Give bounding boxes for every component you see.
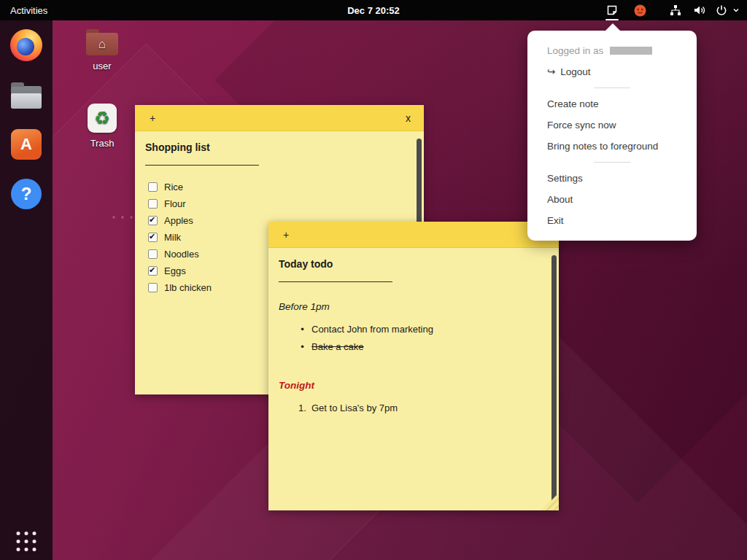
checkbox-label: 1lb chicken <box>164 282 212 293</box>
list-item-text: Get to Lisa's by 7pm <box>311 402 398 413</box>
checkbox-label: Eggs <box>164 265 186 276</box>
dock: A ? <box>0 20 53 560</box>
checkbox[interactable] <box>148 249 158 259</box>
dock-item-help[interactable]: ? <box>7 175 45 213</box>
checklist-item[interactable]: Rice <box>148 182 412 192</box>
menu-item-exit[interactable]: Exit <box>527 210 697 231</box>
help-glyph: ? <box>21 184 32 204</box>
dot <box>33 540 36 543</box>
network-glyph <box>670 4 681 16</box>
close-note-button[interactable]: x <box>406 105 411 131</box>
dot <box>17 548 20 551</box>
title-underline <box>145 165 259 166</box>
note-icon <box>606 4 618 16</box>
menu-separator <box>594 162 630 163</box>
menu-item-create-note[interactable]: Create note <box>527 93 697 114</box>
network-icon[interactable] <box>667 0 684 20</box>
checkbox[interactable] <box>148 216 158 225</box>
list-item[interactable]: 1. Get to Lisa's by 7pm <box>279 402 547 413</box>
add-note-button[interactable]: + <box>150 105 155 131</box>
note-titlebar[interactable]: + x <box>135 105 424 131</box>
dot <box>33 532 36 535</box>
note-title: Shopping list <box>145 141 412 153</box>
checkbox-label: Milk <box>164 232 181 243</box>
checkbox-label: Flour <box>164 198 186 209</box>
menu-item-about[interactable]: About <box>527 189 697 210</box>
menu-item-force-sync[interactable]: Force sync now <box>527 114 697 136</box>
checkbox[interactable] <box>148 199 158 209</box>
activities-button[interactable]: Activities <box>0 0 58 20</box>
files-icon <box>11 86 42 109</box>
recycle-glyph: ♻ <box>94 108 110 128</box>
logged-in-row: Logged in as <box>527 40 697 61</box>
orange-app-icon <box>634 4 646 17</box>
checkbox[interactable] <box>148 233 158 242</box>
number-marker: 1. <box>298 402 307 413</box>
menu-item-settings[interactable]: Settings <box>527 168 697 189</box>
list-item[interactable]: • Contact John from marketing <box>279 324 547 335</box>
checkbox[interactable] <box>148 266 158 276</box>
add-note-button[interactable]: + <box>283 222 289 248</box>
dock-item-ubuntu-software[interactable]: A <box>7 125 45 163</box>
desktop-icon-label: user <box>93 61 111 71</box>
menu-item-logout[interactable]: ↪ Logout <box>527 61 697 82</box>
bullet-list: • Contact John from marketing • Bake a c… <box>279 324 547 352</box>
logout-icon: ↪ <box>547 61 555 82</box>
checkbox-label: Noodles <box>164 249 199 260</box>
desktop-icon-home-folder[interactable]: ⌂ user <box>79 28 125 71</box>
note-body[interactable]: Today todo Before 1pm • Contact John fro… <box>268 248 559 510</box>
system-tray <box>601 0 741 20</box>
section-heading: Before 1pm <box>279 301 547 312</box>
dot <box>25 548 28 551</box>
chevron-glyph <box>732 7 740 14</box>
username-redacted <box>610 47 652 55</box>
volume-icon[interactable] <box>690 0 708 20</box>
checkbox[interactable] <box>148 283 158 292</box>
dot <box>33 548 36 551</box>
chevron-down-icon[interactable] <box>731 0 741 20</box>
checkbox[interactable] <box>148 182 158 192</box>
speaker-glyph <box>693 4 705 16</box>
help-icon: ? <box>11 179 42 209</box>
trash-icon: ♻ <box>88 104 117 133</box>
note-titlebar[interactable]: + x <box>268 222 559 248</box>
dot <box>17 532 20 535</box>
dot <box>25 532 28 535</box>
app-indicator-icon[interactable] <box>629 0 651 20</box>
dot <box>17 540 20 543</box>
power-icon[interactable] <box>713 0 729 20</box>
menu-item-bring-to-foreground[interactable]: Bring notes to foreground <box>527 136 697 157</box>
note-title: Today todo <box>279 258 547 270</box>
list-item[interactable]: • Bake a cake <box>279 341 547 352</box>
software-glyph: A <box>20 135 32 154</box>
checkbox-label: Rice <box>164 182 183 192</box>
desktop-icon-label: Trash <box>90 138 115 149</box>
note-scrollbar[interactable] <box>551 255 557 503</box>
resize-grip[interactable] <box>541 493 559 510</box>
list-item-text: Contact John from marketing <box>311 324 433 335</box>
title-underline <box>279 281 392 282</box>
power-glyph <box>716 4 727 16</box>
list-item-text: Bake a cake <box>311 341 364 352</box>
menu-item-label: Logout <box>560 61 590 82</box>
notes-tray-icon[interactable] <box>601 0 623 20</box>
firefox-icon <box>10 29 42 61</box>
checkbox-label: Apples <box>164 215 193 226</box>
bullet-marker: • <box>298 341 307 352</box>
clock[interactable]: Dec 7 20:52 <box>347 5 400 16</box>
show-applications-button[interactable] <box>17 532 36 551</box>
dock-item-firefox[interactable] <box>7 26 45 64</box>
bullet-marker: • <box>298 324 307 335</box>
numbered-list: 1. Get to Lisa's by 7pm <box>279 402 547 413</box>
sticky-note-todo: + x Today todo Before 1pm • Contact John… <box>268 222 559 510</box>
desktop: ⌂ user ♻ Trash + x Shopping list Rice F <box>0 0 747 560</box>
checklist-item[interactable]: Flour <box>148 198 412 209</box>
desktop-icon-trash[interactable]: ♻ Trash <box>79 104 125 149</box>
section-heading-tonight: Tonight <box>279 380 547 391</box>
menu-separator <box>594 88 630 88</box>
dock-item-files[interactable] <box>7 76 45 114</box>
notes-tray-menu: Logged in as ↪ Logout Create note Force … <box>527 31 697 241</box>
logged-in-label: Logged in as <box>547 45 603 56</box>
home-folder-icon: ⌂ <box>86 33 118 55</box>
top-bar: Activities Dec 7 20:52 <box>0 0 747 20</box>
